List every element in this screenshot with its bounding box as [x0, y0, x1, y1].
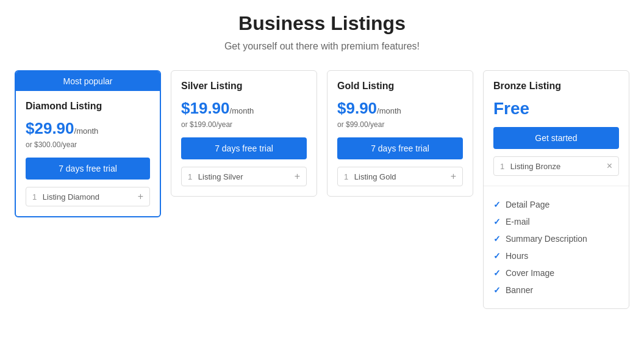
feature-label-0: Detail Page [506, 200, 549, 209]
plan-period-silver: /month [230, 106, 254, 115]
listing-row-silver: 1 Listing Silver + [181, 167, 307, 186]
feature-label-5: Banner [506, 285, 533, 295]
most-popular-badge: Most popular [16, 71, 160, 91]
plan-amount-diamond: $29.90 [26, 119, 74, 137]
listing-add-silver[interactable]: + [295, 171, 300, 182]
plans-container: Most popular Diamond Listing $29.90/mont… [12, 70, 632, 309]
trial-button-silver[interactable]: 7 days free trial [181, 137, 307, 159]
features-list-bronze: ✓ Detail Page ✓ E-mail ✓ Summary Descrip… [484, 186, 629, 308]
listing-count-silver: 1 [188, 172, 192, 181]
plan-free-price-bronze: Free [493, 99, 619, 118]
listing-row-bronze: 1 Listing Bronze × [493, 156, 619, 176]
listing-count-diamond: 1 [32, 192, 37, 202]
feature-label-3: Hours [506, 251, 528, 261]
page-subtitle: Get yourself out there with premium feat… [12, 41, 632, 52]
listing-name-silver: Listing Silver [198, 172, 243, 181]
plan-yearly-diamond: or $300.00/year [26, 140, 150, 149]
feature-label-4: Cover Image [506, 268, 554, 278]
listing-count-bronze: 1 [500, 162, 504, 171]
listing-count-gold: 1 [344, 172, 348, 181]
plan-card-silver: Silver Listing $19.90/month or $199.00/y… [171, 70, 317, 197]
listing-close-bronze[interactable]: × [607, 161, 612, 172]
plan-yearly-gold: or $99.00/year [337, 120, 463, 129]
feature-item-1: ✓ E-mail [493, 213, 619, 230]
feature-item-2: ✓ Summary Description [493, 230, 619, 247]
plan-card-diamond: Most popular Diamond Listing $29.90/mont… [15, 70, 161, 217]
plan-name-bronze: Bronze Listing [493, 81, 619, 92]
plan-card-gold: Gold Listing $9.90/month or $99.00/year … [327, 70, 473, 197]
listing-add-gold[interactable]: + [451, 171, 456, 182]
feature-label-1: E-mail [506, 217, 530, 227]
plan-card-bronze: Bronze Listing Free Get started 1 Listin… [483, 70, 629, 309]
feature-item-4: ✓ Cover Image [493, 264, 619, 282]
check-icon-3: ✓ [493, 251, 501, 261]
listing-name-bronze: Listing Bronze [510, 162, 560, 171]
trial-button-gold[interactable]: 7 days free trial [337, 137, 463, 159]
check-icon-2: ✓ [493, 234, 501, 244]
check-icon-1: ✓ [493, 217, 501, 227]
listing-name-diamond: Listing Diamond [43, 192, 99, 202]
plan-price-silver: $19.90/month [181, 99, 307, 118]
listing-row-gold: 1 Listing Gold + [337, 167, 463, 186]
feature-item-3: ✓ Hours [493, 247, 619, 264]
check-icon-4: ✓ [493, 268, 501, 278]
feature-item-0: ✓ Detail Page [493, 196, 619, 213]
listing-add-diamond[interactable]: + [138, 191, 143, 202]
get-started-button-bronze[interactable]: Get started [493, 127, 619, 149]
page-title: Business Listings [12, 12, 632, 35]
plan-amount-silver: $19.90 [181, 99, 230, 117]
plan-amount-gold: $9.90 [337, 99, 377, 117]
plan-name-silver: Silver Listing [181, 81, 307, 92]
plan-name-diamond: Diamond Listing [26, 101, 150, 112]
plan-price-diamond: $29.90/month [26, 119, 150, 138]
check-icon-5: ✓ [493, 285, 501, 295]
plan-period-gold: /month [377, 106, 401, 115]
plan-name-gold: Gold Listing [337, 81, 463, 92]
plan-price-gold: $9.90/month [337, 99, 463, 118]
trial-button-diamond[interactable]: 7 days free trial [26, 158, 150, 180]
feature-item-5: ✓ Banner [493, 282, 619, 299]
listing-row-diamond: 1 Listing Diamond + [26, 187, 150, 206]
plan-period-diamond: /month [74, 126, 99, 136]
feature-label-2: Summary Description [506, 234, 587, 244]
check-icon-0: ✓ [493, 200, 501, 209]
plan-yearly-silver: or $199.00/year [181, 120, 307, 129]
listing-name-gold: Listing Gold [354, 172, 396, 181]
